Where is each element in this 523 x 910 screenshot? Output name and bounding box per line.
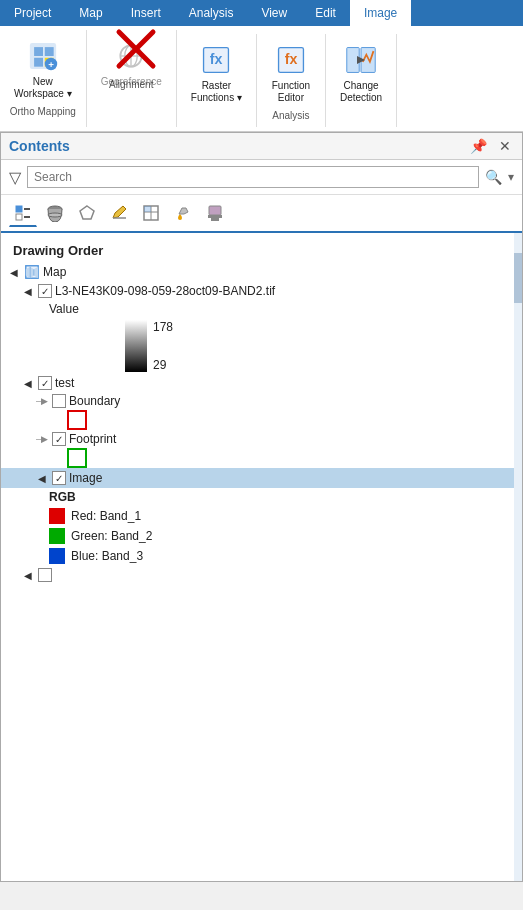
georeference-icon	[113, 38, 149, 74]
tab-view[interactable]: View	[247, 0, 301, 26]
list-view-button[interactable]	[9, 199, 37, 227]
footprint-label: Footprint	[69, 432, 116, 446]
expand-arrow-map[interactable]: ◀	[7, 265, 21, 279]
database-icon	[46, 204, 64, 222]
extra-checkbox[interactable]	[38, 568, 52, 582]
scrollbar-thumb[interactable]	[514, 253, 522, 303]
stamp-icon	[206, 204, 224, 222]
blue-band-label: Blue: Band_3	[71, 549, 143, 563]
pin-icon[interactable]: 📌	[467, 137, 490, 155]
paint-tool-button[interactable]	[169, 199, 197, 227]
pencil-icon	[110, 204, 128, 222]
ribbon-group-change: ChangeDetection	[326, 34, 397, 127]
polygon-tool-button[interactable]	[73, 199, 101, 227]
value-label: Value	[49, 302, 79, 316]
svg-rect-21	[16, 214, 22, 220]
tree-area[interactable]: Drawing Order ◀ Map ◀ L3-NE43K09-098-059…	[1, 233, 522, 881]
contents-panel: Contents 📌 ✕ ▽ 🔍 ▾	[0, 132, 523, 882]
change-detection-icon	[343, 42, 379, 78]
search-input[interactable]	[27, 166, 479, 188]
footprint-symbol	[1, 448, 522, 468]
function-editor-button[interactable]: fx FunctionEditor	[265, 38, 317, 108]
georeference-button[interactable]: Georeference	[95, 34, 168, 92]
filter-icon[interactable]: ▽	[9, 168, 21, 187]
table-tool-button[interactable]	[137, 199, 165, 227]
scrollbar-track[interactable]	[514, 233, 522, 881]
new-workspace-button[interactable]: + NewWorkspace ▾	[8, 34, 78, 104]
expand-arrow-boundary[interactable]: –▶	[35, 394, 49, 408]
search-icon[interactable]: 🔍	[485, 169, 502, 185]
contents-header-icons: 📌 ✕	[467, 137, 514, 155]
expand-arrow-image[interactable]: ◀	[35, 471, 49, 485]
tab-map[interactable]: Map	[65, 0, 116, 26]
drawing-order-label: Drawing Order	[1, 237, 522, 262]
tree-item-rgb-label: RGB	[1, 488, 522, 506]
blue-swatch	[49, 548, 65, 564]
tab-analysis[interactable]: Analysis	[175, 0, 248, 26]
function-editor-label: FunctionEditor	[272, 80, 310, 104]
expand-arrow-footprint[interactable]: –▶	[35, 432, 49, 446]
test-label: test	[55, 376, 74, 390]
svg-rect-33	[208, 215, 222, 218]
tab-project[interactable]: Project	[0, 0, 65, 26]
value-low: 29	[153, 358, 173, 372]
ribbon-tab-bar: Project Map Insert Analysis View Edit Im…	[0, 0, 523, 26]
table-icon	[142, 204, 160, 222]
paint-icon	[174, 204, 192, 222]
ribbon-group-raster: fx RasterFunctions ▾	[177, 34, 257, 127]
svg-rect-31	[144, 206, 151, 212]
red-swatch	[49, 508, 65, 524]
expand-arrow-test[interactable]: ◀	[21, 376, 35, 390]
expand-arrow-extra[interactable]: ◀	[21, 568, 35, 582]
svg-point-25	[48, 213, 62, 217]
tree-item-footprint[interactable]: –▶ Footprint	[1, 430, 522, 448]
rgb-label: RGB	[49, 490, 76, 504]
database-view-button[interactable]	[41, 199, 69, 227]
map-icon	[24, 264, 40, 280]
green-band-label: Green: Band_2	[71, 529, 152, 543]
search-dropdown-icon[interactable]: ▾	[508, 170, 514, 184]
tree-item-map[interactable]: ◀ Map	[1, 262, 522, 282]
map-label: Map	[43, 265, 66, 279]
tab-edit[interactable]: Edit	[301, 0, 350, 26]
tree-item-image[interactable]: ◀ Image	[1, 468, 522, 488]
function-editor-icon: fx	[273, 42, 309, 78]
boundary-checkbox[interactable]	[52, 394, 66, 408]
new-workspace-label: NewWorkspace ▾	[14, 76, 72, 100]
function-group-label: Analysis	[272, 110, 309, 121]
ribbon-group-function: fx FunctionEditor Analysis	[257, 34, 326, 127]
svg-text:fx: fx	[210, 51, 223, 67]
tree-item-green-band: Green: Band_2	[1, 526, 522, 546]
raster-checkbox[interactable]	[38, 284, 52, 298]
list-view-icon	[14, 204, 32, 222]
expand-arrow-raster[interactable]: ◀	[21, 284, 35, 298]
tab-insert[interactable]: Insert	[117, 0, 175, 26]
tree-item-raster[interactable]: ◀ L3-NE43K09-098-059-28oct09-BAND2.tif	[1, 282, 522, 300]
tree-item-test[interactable]: ◀ test	[1, 374, 522, 392]
footprint-swatch	[67, 448, 87, 468]
raster-functions-button[interactable]: fx RasterFunctions ▾	[185, 38, 248, 108]
new-workspace-icon: +	[25, 38, 61, 74]
test-checkbox[interactable]	[38, 376, 52, 390]
tree-item-extra[interactable]: ◀	[1, 566, 522, 584]
svg-rect-1	[34, 47, 43, 56]
boundary-swatch	[67, 410, 87, 430]
tab-image[interactable]: Image	[350, 0, 411, 26]
footprint-checkbox[interactable]	[52, 432, 66, 446]
svg-rect-34	[211, 218, 219, 221]
ribbon-group-ortho: + NewWorkspace ▾ Ortho Mapping	[0, 30, 87, 127]
change-detection-button[interactable]: ChangeDetection	[334, 38, 388, 108]
color-ramp-section: 178 29	[1, 318, 522, 374]
svg-rect-20	[16, 206, 22, 212]
stamp-tool-button[interactable]	[201, 199, 229, 227]
edit-tool-button[interactable]	[105, 199, 133, 227]
close-icon[interactable]: ✕	[496, 137, 514, 155]
image-checkbox[interactable]	[52, 471, 66, 485]
value-high: 178	[153, 320, 173, 334]
contents-header: Contents 📌 ✕	[1, 133, 522, 160]
tree-item-boundary[interactable]: –▶ Boundary	[1, 392, 522, 410]
ribbon: Project Map Insert Analysis View Edit Im…	[0, 0, 523, 132]
boundary-label: Boundary	[69, 394, 120, 408]
green-swatch	[49, 528, 65, 544]
ortho-group-label: Ortho Mapping	[10, 106, 76, 117]
